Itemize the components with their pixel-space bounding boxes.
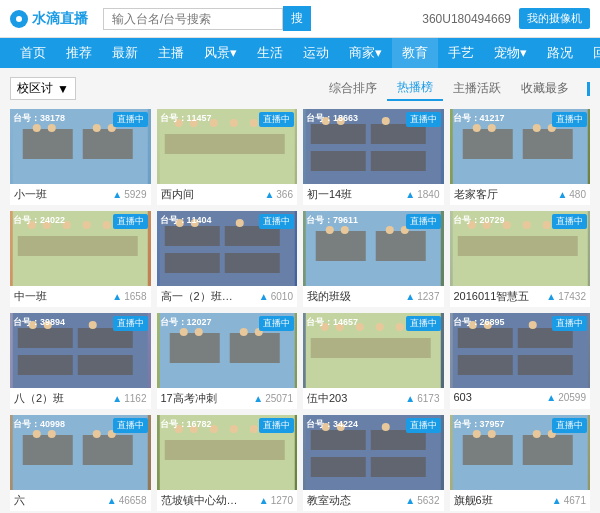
view-count: ▲1237 [405,291,439,302]
svg-rect-106 [371,457,426,477]
channel-number: 台号：24022 [13,214,65,227]
nav-item[interactable]: 路况 [537,38,583,68]
channel-number: 台号：14657 [306,316,358,329]
card-info: 2016011智慧五▲17432 [450,286,591,307]
view-count: ▲480 [557,189,586,200]
card-info: 范坡镇中心幼儿...▲1270 [157,490,298,511]
channel-number: 台号：11457 [160,112,212,125]
view-count: ▲1270 [259,495,293,506]
svg-rect-84 [517,355,572,375]
video-card[interactable]: 台号：14657直播中伍中203▲6173 [303,313,444,409]
sort-tab[interactable]: 综合排序 [319,77,387,100]
card-info: 小一班▲5929 [10,184,151,205]
nav-item[interactable]: 手艺 [438,38,484,68]
search-button[interactable]: 搜 [283,6,311,31]
video-card[interactable]: 台号：34224直播中教室动态▲5632 [303,415,444,511]
video-thumbnail: 台号：26895直播中 [450,313,591,388]
card-info: 旗舰6班▲4671 [450,490,591,511]
svg-rect-56 [522,221,530,229]
channel-number: 台号：18663 [306,112,358,125]
video-card[interactable]: 台号：41217直播中老家客厅▲480 [450,109,591,205]
video-card[interactable]: 台号：20729直播中2016011智慧五▲17432 [450,211,591,307]
nav-item[interactable]: 风景▾ [194,38,247,68]
nav-item[interactable]: 推荐 [56,38,102,68]
video-card[interactable]: 台号：37957直播中旗舰6班▲4671 [450,415,591,511]
svg-rect-111 [462,435,512,465]
view-count: ▲5929 [112,189,146,200]
views-icon: ▲ [259,291,269,302]
view-count: ▲4671 [552,495,586,506]
nav-item[interactable]: 教育 [392,38,438,68]
svg-rect-16 [371,124,426,144]
video-thumbnail: 台号：16782直播中 [157,415,298,490]
svg-rect-17 [311,151,366,171]
live-badge: 直播中 [552,418,587,433]
nav-item[interactable]: 宠物▾ [484,38,537,68]
video-card[interactable]: 台号：16782直播中范坡镇中心幼儿...▲1270 [157,415,298,511]
views-icon: ▲ [112,291,122,302]
views-icon: ▲ [557,189,567,200]
card-info: 西内间▲366 [157,184,298,205]
video-thumbnail: 台号：79611直播中 [303,211,444,286]
video-thumbnail: 台号：40998直播中 [10,415,151,490]
video-card[interactable]: 台号：38178直播中小一班▲5929 [10,109,151,205]
sort-tab[interactable]: 热播榜 [387,76,443,101]
channel-name: 603 [454,391,472,403]
video-card[interactable]: 台号：39894直播中八（2）班▲1162 [10,313,151,409]
video-card[interactable]: 台号：11404直播中高一（2）班青...▲6010 [157,211,298,307]
channel-number: 台号：16782 [160,418,212,431]
svg-rect-115 [532,430,540,438]
live-badge: 直播中 [113,418,148,433]
nav-item[interactable]: 主播 [148,38,194,68]
live-badge: 直播中 [259,112,294,127]
video-card[interactable]: 台号：79611直播中我的班级▲1237 [303,211,444,307]
svg-rect-101 [249,425,257,433]
svg-rect-2 [83,129,133,159]
video-card[interactable]: 台号：18663直播中初一14班▲1840 [303,109,444,205]
nav-item[interactable]: 生活 [247,38,293,68]
channel-name: 范坡镇中心幼儿... [161,493,241,508]
camera-button[interactable]: 我的摄像机 [519,8,590,29]
views-icon: ▲ [546,392,556,403]
video-thumbnail: 台号：39894直播中 [10,313,151,388]
region-select[interactable]: 校区讨 ▼ [10,77,76,100]
svg-rect-60 [78,328,133,348]
live-badge: 直播中 [113,316,148,331]
views-icon: ▲ [546,291,556,302]
nav-item[interactable]: 回放 [583,38,600,68]
svg-rect-83 [457,355,512,375]
svg-rect-38 [224,226,279,246]
nav-item[interactable]: 商家▾ [339,38,392,68]
channel-number: 台号：37957 [453,418,505,431]
view-count: ▲1658 [112,291,146,302]
video-card[interactable]: 台号：40998直播中六▲46658 [10,415,151,511]
views-icon: ▲ [405,189,415,200]
filter-row: 校区讨 ▼ 综合排序热播榜主播活跃收藏最多 [10,76,590,101]
svg-rect-112 [522,435,572,465]
sort-tab[interactable]: 主播活跃 [443,77,511,100]
video-card[interactable]: 台号：26895直播中603▲20599 [450,313,591,409]
nav-item[interactable]: 运动 [293,38,339,68]
svg-rect-81 [457,328,512,348]
search-input[interactable] [103,8,283,30]
channel-name: 小一班 [14,187,47,202]
live-badge: 直播中 [113,214,148,229]
live-badge: 直播中 [552,316,587,331]
video-card[interactable]: 台号：11457直播中西内间▲366 [157,109,298,205]
video-card[interactable]: 台号：12027直播中17高考冲刺▲25071 [157,313,298,409]
svg-rect-113 [472,430,480,438]
logo[interactable]: 水滴直播 [10,10,88,28]
nav-item[interactable]: 首页 [10,38,56,68]
logo-icon [10,10,28,28]
card-info: 老家客厅▲480 [450,184,591,205]
views-icon: ▲ [253,393,263,404]
svg-rect-5 [93,124,101,132]
sort-tab[interactable]: 收藏最多 [511,77,579,100]
region-label: 校区讨 [17,80,53,97]
views-icon: ▲ [112,189,122,200]
live-badge: 直播中 [259,418,294,433]
video-card[interactable]: 台号：24022直播中中一班▲1658 [10,211,151,307]
nav-item[interactable]: 最新 [102,38,148,68]
card-info: 初一14班▲1840 [303,184,444,205]
header: 水滴直播 搜 360U180494669 我的摄像机 [0,0,600,38]
